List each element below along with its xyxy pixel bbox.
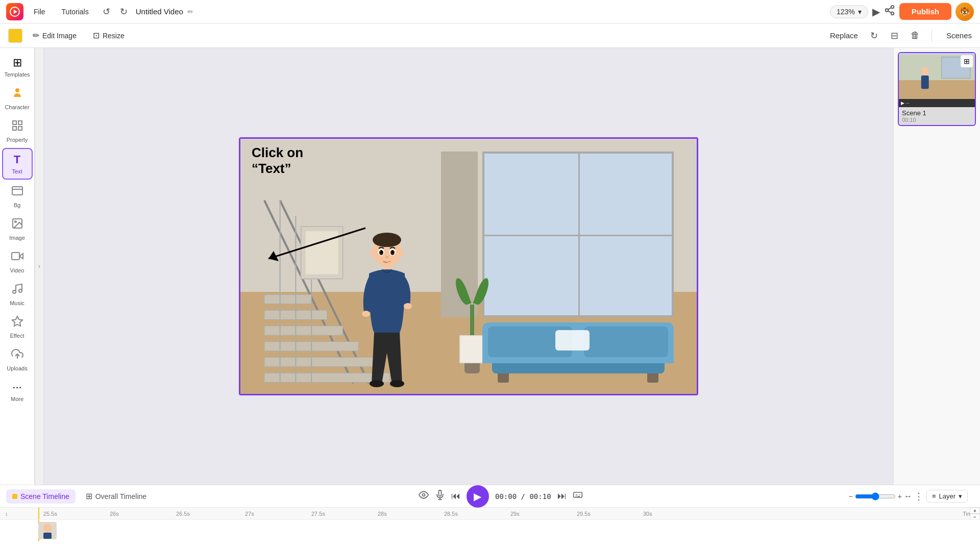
svg-rect-9	[18, 121, 22, 124]
video-icon	[11, 250, 23, 265]
edit-image-button[interactable]: ✏ Edit Image	[27, 28, 83, 43]
svg-rect-8	[13, 121, 16, 124]
sidebar-item-text[interactable]: T Text	[2, 148, 33, 180]
refresh-icon-button[interactable]: ↻	[866, 28, 883, 44]
scene-tab-label: Scene Timeline	[20, 492, 69, 500]
scene-1-bar: ▶ ···	[899, 99, 975, 107]
split-view-button[interactable]: ⊟	[887, 28, 903, 44]
window	[482, 152, 674, 317]
couch	[482, 322, 674, 373]
zoom-out-button[interactable]: −	[849, 492, 853, 500]
track-character-thumb[interactable]	[38, 522, 57, 539]
svg-point-43	[385, 256, 388, 258]
scene-tab-dot	[12, 494, 17, 499]
svg-point-50	[370, 380, 384, 387]
svg-point-64	[43, 523, 52, 533]
sidebar-item-more[interactable]: ··· More	[2, 377, 33, 406]
ruler-26: 26s	[110, 511, 119, 517]
overall-timeline-tab[interactable]: ⊞ Overall Timeline	[80, 488, 153, 504]
sidebar-item-video[interactable]: Video	[2, 246, 33, 278]
svg-marker-1	[14, 10, 17, 14]
zoom-value: 123%	[837, 8, 855, 16]
property-icon	[11, 119, 23, 135]
layer-dropdown[interactable]: ≡ Layer ▾	[926, 490, 968, 503]
tutorials-menu[interactable]: Tutorials	[56, 5, 95, 19]
sidebar-item-templates[interactable]: ⊞ Templates	[2, 52, 33, 82]
sidebar-item-character[interactable]: Character	[2, 83, 33, 114]
zoom-chevron-icon: ▾	[858, 8, 862, 16]
replace-label: Replace	[830, 31, 858, 40]
timeline-zoom-out[interactable]: −	[970, 514, 980, 520]
divider	[932, 30, 932, 42]
preview-play-button[interactable]: ▶	[872, 6, 880, 18]
sidebar-item-music[interactable]: Music	[2, 279, 33, 310]
undo-redo-group: ↺ ↻	[99, 4, 132, 19]
canvas-frame[interactable]: Click on“Text”	[239, 137, 698, 395]
ruler-29-5: 29.5s	[577, 511, 591, 517]
edit-image-icon: ✏	[33, 31, 39, 40]
sidebar-label-bg: Bg	[14, 202, 20, 208]
edit-title-icon[interactable]: ✏	[187, 8, 193, 16]
svg-rect-24	[264, 357, 374, 366]
sidebar-item-image[interactable]: Image	[2, 213, 33, 245]
effect-icon	[11, 315, 23, 331]
publish-button[interactable]: Publish	[899, 3, 951, 20]
ruler-25-5: 25.5s	[43, 511, 57, 517]
color-swatch[interactable]	[8, 29, 22, 43]
canvas-container: Click on“Text”	[239, 137, 698, 395]
sidebar-item-property[interactable]: Property	[2, 115, 33, 147]
undo-button[interactable]: ↺	[99, 4, 114, 19]
ruler-28-5: 28.5s	[444, 511, 458, 517]
svg-rect-10	[13, 127, 16, 130]
scenes-panel-label: Scenes	[946, 31, 972, 40]
layer-label: Layer	[939, 492, 955, 500]
resize-button[interactable]: ⊡ Resize	[87, 28, 131, 43]
file-menu[interactable]: File	[28, 5, 52, 19]
svg-marker-19	[12, 316, 22, 326]
play-pause-button[interactable]: ▶	[467, 485, 489, 508]
captions-button[interactable]	[573, 490, 583, 503]
layer-chevron-icon: ▾	[959, 492, 962, 500]
scene-expand-button[interactable]: ⊞	[961, 55, 973, 67]
collapse-handle[interactable]: ›	[35, 48, 44, 485]
sidebar-item-bg[interactable]: Bg	[2, 181, 33, 212]
timeline-zoom-in[interactable]: +	[970, 508, 980, 514]
plant	[459, 277, 485, 373]
svg-point-59	[422, 494, 425, 496]
svg-rect-12	[12, 187, 22, 195]
zoom-control[interactable]: 123% ▾	[830, 5, 868, 18]
sidebar-label-character: Character	[5, 104, 29, 110]
fit-width-button[interactable]: ↔	[904, 492, 912, 501]
app-logo	[6, 3, 23, 20]
microphone-button[interactable]	[435, 490, 445, 503]
scene-1-time: 00:10	[902, 117, 972, 123]
eye-toggle-button[interactable]	[419, 490, 429, 503]
character-svg	[359, 231, 415, 394]
share-button[interactable]	[884, 5, 895, 18]
svg-rect-58	[921, 76, 929, 89]
sidebar-label-effect: Effect	[10, 333, 24, 339]
ruler-30: 30s	[643, 511, 652, 517]
timeline-right: − + ↔ ⋮ ≡ Layer ▾	[849, 490, 974, 503]
more-options-button[interactable]: ⋮	[914, 491, 923, 502]
sidebar-item-uploads[interactable]: Uploads	[2, 344, 33, 375]
svg-point-17	[13, 290, 16, 293]
svg-point-57	[921, 67, 929, 76]
zoom-in-button[interactable]: +	[898, 492, 902, 500]
sidebar-item-effect[interactable]: Effect	[2, 311, 33, 343]
ruler-27: 27s	[245, 511, 254, 517]
svg-point-45	[370, 249, 375, 257]
zoom-slider[interactable]	[855, 492, 896, 500]
skip-forward-button[interactable]: ⏭	[557, 491, 567, 502]
skip-back-button[interactable]: ⏮	[451, 491, 460, 502]
scene-1-thumb[interactable]: ▶ ··· Scene 1 00:10 ⊞	[898, 52, 976, 126]
delete-button[interactable]: 🗑	[907, 28, 923, 44]
svg-point-4	[891, 12, 894, 15]
sidebar-label-templates: Templates	[4, 71, 30, 78]
redo-button[interactable]: ↻	[116, 4, 132, 19]
svg-point-41	[381, 251, 383, 253]
resize-icon: ⊡	[93, 31, 100, 40]
scene-timeline-tab[interactable]: Scene Timeline	[6, 489, 76, 504]
music-icon	[11, 283, 23, 298]
sidebar-label-video: Video	[10, 267, 24, 273]
